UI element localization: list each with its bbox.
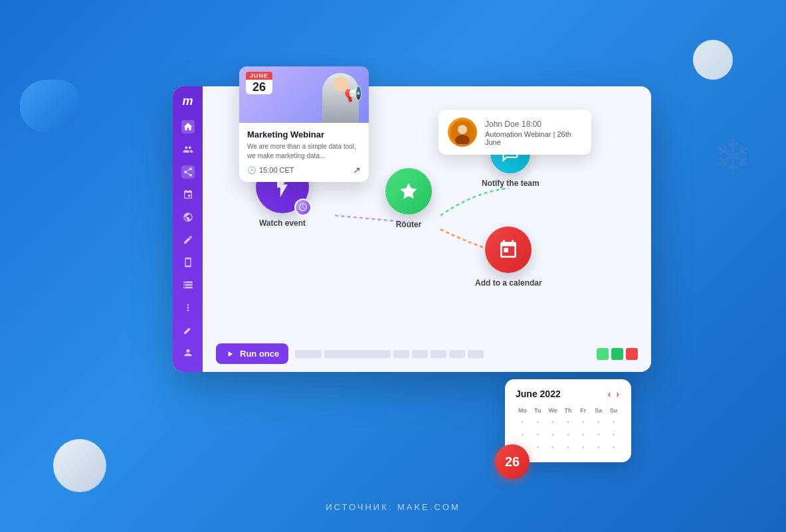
sidebar-icon-profile[interactable]: [181, 346, 195, 359]
calendar-month-year: June 2022: [516, 389, 561, 399]
sidebar-icon-more[interactable]: [181, 301, 195, 314]
toolbar-color-red: [626, 348, 638, 360]
sidebar-icon-edit2[interactable]: [181, 323, 195, 337]
node-router-circle: [385, 168, 432, 215]
run-once-button[interactable]: Run once: [216, 343, 288, 364]
cal-d: [591, 416, 605, 428]
col-we: We: [546, 406, 560, 415]
source-text: ИСТОЧНИК: MAKE.COM: [326, 502, 460, 512]
cal-d: [607, 442, 621, 453]
user-avatar: [448, 118, 477, 147]
sidebar-logo: m: [182, 94, 193, 108]
col-mo: Mo: [516, 406, 530, 415]
sidebar-icon-branch[interactable]: [181, 188, 195, 201]
sidebar-icon-share[interactable]: [181, 165, 195, 179]
toolbar-segment-3: [393, 350, 409, 358]
cal-d: [561, 429, 575, 440]
toolbar-color-green: [597, 348, 609, 360]
event-time-row: 🕒 15:00 CET ↗: [247, 165, 361, 175]
cal-d: [607, 416, 621, 428]
sidebar: m: [173, 86, 203, 372]
cal-d: [591, 429, 605, 440]
toolbar-segment-1: [295, 350, 322, 358]
node-watch-label: Watch event: [259, 219, 306, 228]
day-26-badge: 26: [495, 444, 530, 479]
toolbar-segment-6: [449, 350, 465, 358]
event-day: 26: [251, 81, 267, 93]
share-icon[interactable]: ↗: [353, 165, 361, 175]
cal-d: [516, 416, 530, 428]
cal-d: [561, 416, 575, 428]
event-card-body: Marketing Webinar We are more than a sim…: [239, 123, 369, 182]
user-event: Automation Webinar | 26th June: [485, 130, 582, 146]
event-title: Marketing Webinar: [247, 130, 361, 139]
toolbar-color-green2: [611, 348, 623, 360]
sidebar-icon-home[interactable]: [181, 120, 195, 133]
cal-d: [576, 442, 590, 453]
snowflake-decoration: ❄: [713, 133, 753, 181]
toolbar-segment-2: [324, 350, 391, 358]
cal-d: [546, 429, 560, 440]
run-once-label: Run once: [240, 349, 279, 359]
event-card-image: 📢 JUNE 26: [239, 66, 369, 123]
cal-d: [591, 442, 605, 453]
node-calendar-label: Add to a calendar: [475, 278, 542, 288]
cal-d: [531, 416, 545, 428]
event-card: 📢 JUNE 26 Marketing Webinar We are more …: [239, 66, 369, 182]
sidebar-icon-pen[interactable]: [181, 233, 195, 246]
node-add-calendar[interactable]: Add to a calendar: [475, 226, 542, 288]
blob-top-right: [693, 40, 733, 80]
bottom-bar: Run once: [216, 343, 638, 364]
user-name: John Doe 18:00: [485, 119, 582, 129]
node-calendar-circle: [485, 226, 532, 273]
event-description: We are more than a simple data tool, we …: [247, 142, 361, 161]
cal-next-btn[interactable]: ›: [615, 389, 621, 399]
sidebar-icon-global[interactable]: [181, 211, 195, 224]
cal-d: [576, 429, 590, 440]
node-notify-label: Notify the team: [482, 179, 540, 188]
event-date-badge: JUNE 26: [246, 72, 272, 94]
col-tu: Tu: [531, 406, 545, 415]
sidebar-icon-users[interactable]: [181, 143, 195, 156]
calendar-header: June 2022 ‹ ›: [516, 389, 621, 399]
col-sa: Sa: [591, 406, 605, 415]
event-time-value: 15:00 CET: [259, 166, 294, 174]
toolbar-segment-4: [412, 350, 428, 358]
cal-d: [607, 429, 621, 440]
event-month: JUNE: [246, 72, 272, 80]
cal-d: [531, 442, 545, 453]
blob-bottom-left: [53, 439, 106, 492]
cal-d: [516, 429, 530, 440]
cal-d: [576, 416, 590, 428]
node-router[interactable]: Router: [385, 168, 432, 229]
cal-d: [546, 442, 560, 453]
cal-d: [561, 442, 575, 453]
calendar-grid: Mo Tu We Th Fr Sa Su: [516, 406, 621, 453]
toolbar-track: [295, 348, 638, 360]
clock-icon: 🕒: [247, 166, 256, 175]
toolbar-segment-5: [431, 350, 446, 358]
col-th: Th: [561, 406, 575, 415]
sidebar-icon-storage[interactable]: [181, 278, 195, 292]
toolbar-segment-7: [468, 350, 484, 358]
sidebar-icon-device[interactable]: [181, 256, 195, 269]
col-su: Su: [607, 406, 621, 415]
node-router-label: Router: [396, 220, 422, 229]
user-info: John Doe 18:00 Automation Webinar | 26th…: [485, 119, 582, 146]
cal-d: [546, 416, 560, 428]
cal-navigation: ‹ ›: [607, 389, 621, 399]
svg-point-2: [458, 125, 467, 134]
cal-d: [531, 429, 545, 440]
col-fr: Fr: [576, 406, 590, 415]
user-notification-card: John Doe 18:00 Automation Webinar | 26th…: [439, 110, 591, 155]
cal-prev-btn[interactable]: ‹: [607, 389, 613, 399]
